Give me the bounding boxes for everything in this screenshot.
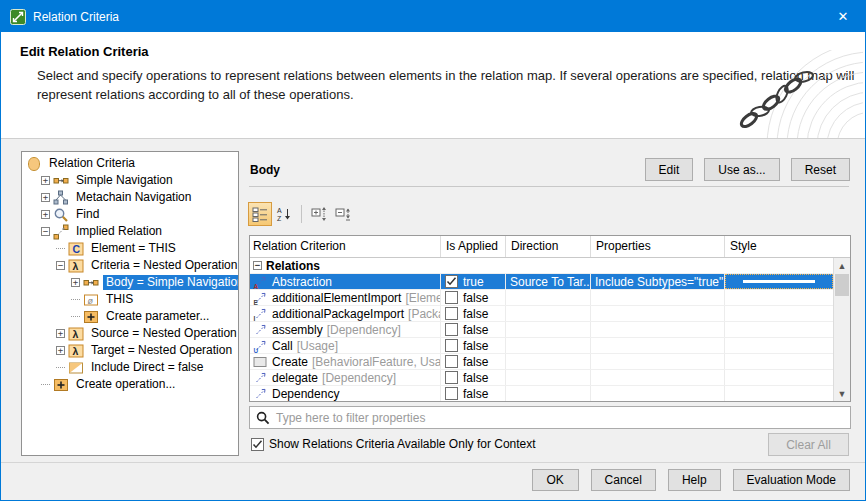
properties-cell[interactable]: Include Subtypes="true": [591, 274, 725, 289]
column-relation-criterion[interactable]: Relation Criterion: [250, 236, 441, 257]
scroll-down-icon[interactable]: ▼: [834, 386, 850, 401]
is-applied-checkbox[interactable]: [445, 323, 458, 336]
help-button[interactable]: Help: [668, 469, 721, 491]
table-row-additionalpackageimport[interactable]: IadditionalPackageImport[PackageI...fals…: [250, 306, 833, 322]
is-applied-checkbox[interactable]: [445, 339, 458, 352]
direction-cell[interactable]: [506, 290, 591, 305]
table-row-abstraction[interactable]: AAbstractiontrueSource To Tar...Include …: [250, 274, 833, 290]
tree-item-relation-criteria[interactable]: Relation Criteria: [22, 155, 238, 172]
column-style[interactable]: Style: [725, 236, 850, 257]
svg-text:λ: λ: [73, 328, 79, 340]
direction-cell[interactable]: [506, 322, 591, 337]
properties-cell[interactable]: [591, 306, 725, 321]
evaluation-mode-button[interactable]: Evaluation Mode: [733, 469, 850, 491]
style-cell[interactable]: [725, 338, 833, 353]
expand-icon[interactable]: +: [56, 329, 65, 338]
relations-group-row[interactable]: −Relations: [250, 258, 833, 274]
table-scrollbar[interactable]: ▲ ▼: [833, 258, 850, 401]
direction-cell[interactable]: [506, 370, 591, 385]
reset-button[interactable]: Reset: [791, 158, 850, 181]
collapse-icon[interactable]: −: [253, 261, 262, 270]
show-relations-checkbox-row[interactable]: Show Relations Criteria Available Only f…: [251, 437, 536, 451]
expand-all-icon[interactable]: [307, 202, 331, 226]
style-cell[interactable]: [725, 354, 833, 369]
ok-button[interactable]: OK: [532, 469, 579, 491]
style-cell[interactable]: [725, 322, 833, 337]
is-applied-cell[interactable]: true: [441, 274, 506, 289]
tree-item-find[interactable]: +Find: [22, 206, 238, 223]
tree-item-create-parameter[interactable]: Create parameter...: [22, 308, 238, 325]
is-applied-cell[interactable]: false: [441, 370, 506, 385]
table-row-call[interactable]: UCall[Usage]false: [250, 338, 833, 354]
properties-cell[interactable]: [591, 338, 725, 353]
scroll-up-icon[interactable]: ▲: [834, 258, 850, 273]
is-applied-cell[interactable]: false: [441, 386, 506, 401]
tree-item-simple-navigation[interactable]: +Simple Navigation: [22, 172, 238, 189]
style-cell[interactable]: [725, 386, 833, 401]
properties-cell[interactable]: [591, 354, 725, 369]
is-applied-cell[interactable]: false: [441, 306, 506, 321]
column-direction[interactable]: Direction: [506, 236, 591, 257]
collapse-icon[interactable]: −: [56, 261, 65, 270]
is-applied-cell[interactable]: false: [441, 322, 506, 337]
direction-cell[interactable]: [506, 386, 591, 401]
clear-all-button[interactable]: Clear All: [768, 433, 849, 456]
is-applied-checkbox[interactable]: [445, 355, 458, 368]
cancel-button[interactable]: Cancel: [591, 469, 656, 491]
table-row-dependency[interactable]: Dependencyfalse: [250, 386, 833, 402]
style-cell[interactable]: [725, 370, 833, 385]
tree-item-source-nested-operation[interactable]: +λSource = Nested Operation: [22, 325, 238, 342]
use-as-button[interactable]: Use as...: [704, 158, 779, 181]
table-row-assembly[interactable]: assembly[Dependency]false: [250, 322, 833, 338]
tree-item-implied-relation[interactable]: −Implied Relation: [22, 223, 238, 240]
expand-icon[interactable]: +: [41, 176, 50, 185]
is-applied-checkbox[interactable]: [445, 291, 458, 304]
tree-item-create-operation[interactable]: Create operation...: [22, 376, 238, 393]
is-applied-cell[interactable]: false: [441, 290, 506, 305]
tree-item-include-direct-false[interactable]: Include Direct = false: [22, 359, 238, 376]
show-relations-checkbox[interactable]: [251, 438, 264, 451]
table-row-additionalelementimport[interactable]: EadditionalElementImport[ElementI...fals…: [250, 290, 833, 306]
scrollbar-thumb[interactable]: [835, 274, 849, 296]
properties-cell[interactable]: [591, 386, 725, 401]
expand-icon[interactable]: +: [56, 346, 65, 355]
categorized-view-icon[interactable]: [248, 202, 272, 226]
expand-icon[interactable]: +: [41, 210, 50, 219]
tree-item-this[interactable]: øTHIS: [22, 291, 238, 308]
collapse-all-icon[interactable]: [331, 202, 355, 226]
direction-cell[interactable]: Source To Tar...: [506, 274, 591, 289]
filter-field[interactable]: Type here to filter properties: [249, 406, 851, 429]
properties-cell[interactable]: [591, 322, 725, 337]
properties-cell[interactable]: [591, 370, 725, 385]
tree-item-criteria-nested-operation[interactable]: −λCriteria = Nested Operation: [22, 257, 238, 274]
tree-item-element-this[interactable]: CElement = THIS: [22, 240, 238, 257]
is-applied-cell[interactable]: false: [441, 354, 506, 369]
column-properties[interactable]: Properties: [591, 236, 725, 257]
table-row-create[interactable]: Create[BehavioralFeature, Usage]false: [250, 354, 833, 370]
direction-cell[interactable]: [506, 338, 591, 353]
direction-cell[interactable]: [506, 354, 591, 369]
expand-icon[interactable]: +: [41, 193, 50, 202]
edit-button[interactable]: Edit: [645, 158, 694, 181]
tree-item-target-nested-operation[interactable]: +λTarget = Nested Operation: [22, 342, 238, 359]
tree-item-metachain-navigation[interactable]: +Metachain Navigation: [22, 189, 238, 206]
direction-cell[interactable]: [506, 306, 591, 321]
sort-alphabetically-icon[interactable]: AZ: [272, 202, 296, 226]
expand-icon[interactable]: +: [71, 278, 80, 287]
properties-cell[interactable]: [591, 290, 725, 305]
is-applied-checkbox[interactable]: [445, 307, 458, 320]
style-cell[interactable]: [725, 290, 833, 305]
is-applied-checkbox[interactable]: [445, 275, 458, 288]
style-cell[interactable]: [725, 274, 833, 289]
is-applied-checkbox[interactable]: [445, 387, 458, 400]
is-applied-checkbox[interactable]: [445, 371, 458, 384]
title-bar[interactable]: Relation Criteria ✕: [1, 1, 865, 32]
tree-item-label: THIS: [103, 292, 136, 307]
column-is-applied[interactable]: Is Applied: [441, 236, 506, 257]
close-icon[interactable]: ✕: [821, 1, 865, 32]
style-cell[interactable]: [725, 306, 833, 321]
collapse-icon[interactable]: −: [41, 227, 50, 236]
table-row-delegate[interactable]: delegate[Dependency]false: [250, 370, 833, 386]
tree-item-body-simple-navigation[interactable]: +Body = Simple Navigation: [22, 274, 238, 291]
is-applied-cell[interactable]: false: [441, 338, 506, 353]
